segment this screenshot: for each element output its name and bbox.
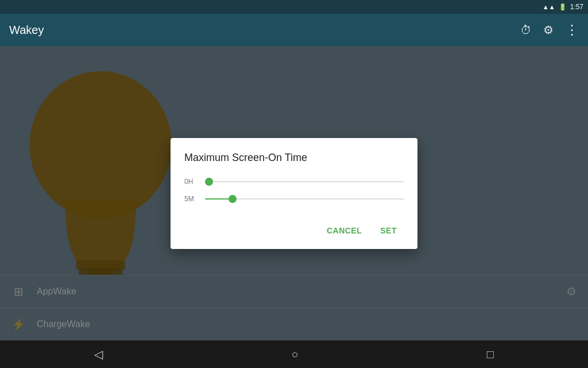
status-bar: ▲▲ 🔋 1:57 (0, 0, 588, 14)
slider-minutes-track[interactable] (205, 198, 404, 200)
signal-icon: ▲▲ (543, 3, 555, 10)
back-icon[interactable]: ◁ (94, 347, 103, 361)
nav-bar: ◁ ○ □ (0, 340, 588, 368)
dialog-overlay: Maximum Screen-On Time 0H 5M CANCEL (0, 46, 588, 340)
dialog-title: Maximum Screen-On Time (184, 152, 404, 164)
slider-hours-thumb (205, 178, 213, 186)
status-time: 1:57 (570, 3, 583, 11)
main-content: ⊞ AppWake ⚙ ⚡ ChargeWake Maximum Screen-… (0, 46, 588, 340)
app-title: Wakey (9, 24, 520, 37)
slider-hours-track[interactable] (205, 181, 404, 182)
app-bar-actions: ⏱ ⚙ ⋮ (520, 22, 579, 38)
history-icon[interactable]: ⏱ (520, 24, 532, 37)
dialog: Maximum Screen-On Time 0H 5M CANCEL (171, 138, 417, 249)
home-icon[interactable]: ○ (291, 348, 298, 361)
slider-hours-row: 0H (184, 178, 404, 186)
app-bar: Wakey ⏱ ⚙ ⋮ (0, 14, 588, 46)
recent-icon[interactable]: □ (487, 348, 494, 361)
slider-minutes-label: 5M (184, 195, 198, 203)
slider-hours-label: 0H (184, 178, 198, 186)
slider-minutes-thumb (229, 195, 237, 203)
slider-minutes-row: 5M (184, 195, 404, 203)
more-icon[interactable]: ⋮ (565, 22, 579, 38)
settings-icon[interactable]: ⚙ (543, 23, 554, 37)
cancel-button[interactable]: CANCEL (320, 221, 369, 240)
set-button[interactable]: SET (373, 221, 404, 240)
battery-icon: 🔋 (559, 3, 567, 11)
dialog-actions: CANCEL SET (184, 217, 404, 240)
